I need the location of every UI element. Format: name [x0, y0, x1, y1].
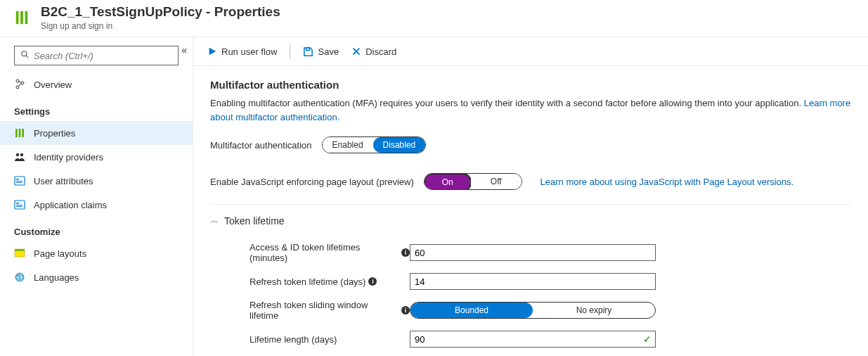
command-bar: Run user flow Save Discard [193, 37, 868, 66]
sidebar-item-label: Overview [34, 80, 72, 90]
svg-point-14 [20, 153, 23, 156]
svg-point-3 [22, 51, 27, 56]
svg-rect-11 [19, 129, 21, 137]
main-pane: Run user flow Save Discard Multifactor a… [193, 37, 868, 356]
button-label: Save [318, 46, 339, 57]
sidebar-item-user-attributes[interactable]: User attributes [0, 169, 193, 193]
refresh-token-label: Refresh token lifetime (days) [250, 276, 365, 287]
properties-icon [14, 127, 25, 139]
sidebar-item-label: Languages [34, 272, 79, 283]
access-token-input[interactable] [410, 244, 656, 261]
sidebar: « Overview Settings Properties [0, 37, 193, 356]
svg-rect-10 [15, 129, 18, 137]
toolbar-separator [290, 44, 290, 58]
sidebar-item-label: Identity providers [34, 152, 103, 163]
mfa-desc-text: Enabling multifactor authentication (MFA… [210, 98, 804, 108]
sliding-option-noexpiry[interactable]: No expiry [533, 303, 655, 318]
info-icon[interactable]: i [401, 306, 410, 314]
save-button[interactable]: Save [303, 46, 339, 57]
svg-line-4 [26, 56, 28, 58]
search-icon [20, 50, 30, 61]
sidebar-group-settings: Settings [0, 96, 193, 121]
svg-rect-24 [15, 249, 25, 251]
svg-rect-0 [16, 11, 19, 24]
sidebar-group-customize: Customize [0, 217, 193, 241]
mfa-option-disabled[interactable]: Disabled [373, 137, 426, 153]
svg-line-8 [19, 82, 22, 83]
svg-rect-31 [306, 47, 310, 50]
identity-providers-icon [14, 151, 25, 163]
mfa-description: Enabling multifactor authentication (MFA… [210, 96, 851, 124]
sidebar-item-properties[interactable]: Properties [0, 121, 193, 145]
svg-rect-18 [16, 182, 22, 183]
js-learn-more-link[interactable]: Learn more about using JavaScript with P… [540, 177, 794, 187]
languages-icon [14, 272, 25, 283]
sliding-option-bounded[interactable]: Bounded [410, 303, 533, 318]
sidebar-item-application-claims[interactable]: Application claims [0, 193, 193, 217]
userflow-icon [14, 8, 32, 27]
overview-icon [14, 79, 25, 90]
section-title: Token lifetime [224, 215, 285, 227]
play-icon [207, 46, 217, 56]
sidebar-item-page-layouts[interactable]: Page layouts [0, 241, 193, 265]
svg-rect-21 [16, 205, 22, 205]
sliding-window-label: Refresh token sliding window lifetime [250, 300, 399, 321]
sidebar-item-languages[interactable]: Languages [0, 265, 193, 289]
search-box[interactable] [14, 46, 179, 65]
discard-button[interactable]: Discard [351, 46, 396, 57]
sidebar-item-identity-providers[interactable]: Identity providers [0, 145, 193, 169]
svg-point-13 [16, 153, 19, 156]
svg-rect-22 [16, 206, 22, 207]
info-icon[interactable]: i [401, 248, 410, 257]
js-toggle-label: Enable JavaScript enforcing page layout … [210, 177, 414, 187]
collapse-sidebar-button[interactable]: « [181, 44, 187, 56]
js-option-off[interactable]: Off [471, 174, 522, 189]
token-lifetime-section-header[interactable]: ︿ Token lifetime [210, 205, 851, 232]
js-toggle[interactable]: On Off [424, 173, 522, 190]
save-icon [303, 46, 313, 57]
sidebar-item-label: User attributes [34, 176, 93, 186]
sidebar-item-label: Properties [34, 128, 75, 139]
svg-rect-12 [22, 129, 24, 137]
search-input[interactable] [34, 51, 172, 61]
application-claims-icon [14, 199, 25, 210]
lifetime-length-label: Lifetime length (days) [250, 334, 337, 345]
refresh-token-input[interactable] [410, 273, 656, 290]
blade-header: B2C_1_TestSignUpPolicy - Properties Sign… [0, 0, 868, 37]
svg-rect-2 [25, 11, 28, 24]
mfa-toggle[interactable]: Enabled Disabled [322, 136, 427, 153]
sidebar-item-label: Application claims [34, 200, 107, 210]
js-option-on[interactable]: On [424, 173, 472, 190]
run-user-flow-button[interactable]: Run user flow [207, 46, 277, 57]
svg-line-9 [18, 84, 22, 87]
user-attributes-icon [14, 175, 25, 186]
mfa-heading: Multifactor authentication [210, 79, 851, 91]
sidebar-item-overview[interactable]: Overview [0, 72, 193, 96]
sliding-window-toggle[interactable]: Bounded No expiry [410, 302, 656, 319]
svg-rect-16 [16, 179, 19, 180]
info-icon[interactable]: i [368, 277, 377, 286]
mfa-option-enabled[interactable]: Enabled [323, 137, 373, 153]
svg-point-29 [17, 275, 19, 277]
sidebar-item-label: Page layouts [34, 248, 86, 259]
chevron-up-icon: ︿ [210, 215, 219, 227]
mfa-toggle-label: Multifactor authentication [210, 140, 312, 151]
svg-marker-30 [209, 48, 216, 56]
discard-icon [351, 46, 361, 56]
page-subtitle: Sign up and sign in [41, 21, 280, 31]
page-layouts-icon [14, 248, 25, 259]
check-icon: ✓ [643, 333, 652, 345]
page-title: B2C_1_TestSignUpPolicy - Properties [41, 4, 280, 20]
lifetime-length-input[interactable] [410, 331, 656, 348]
svg-rect-20 [16, 203, 19, 204]
button-label: Discard [365, 46, 396, 57]
svg-rect-1 [20, 11, 23, 24]
access-token-label: Access & ID token lifetimes (minutes) [250, 242, 399, 263]
button-label: Run user flow [221, 46, 277, 57]
svg-rect-17 [16, 181, 22, 182]
